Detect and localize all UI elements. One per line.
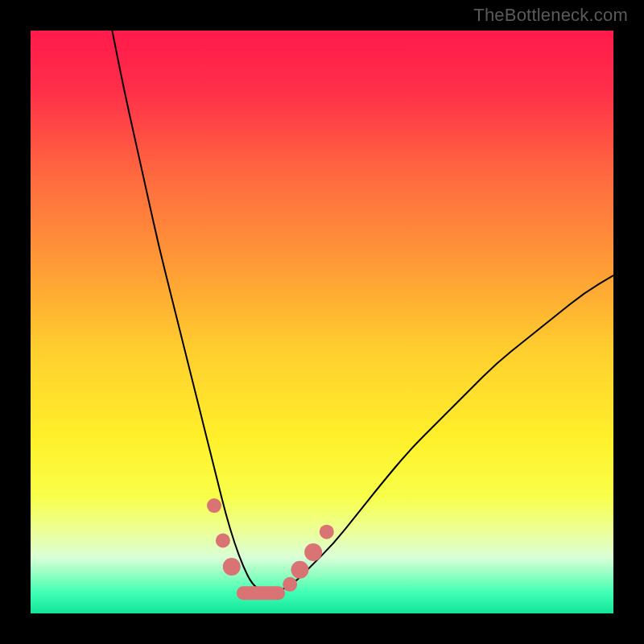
curve-marker <box>304 543 322 561</box>
bottleneck-curve <box>112 31 613 593</box>
watermark-text: TheBottleneck.com <box>473 5 628 26</box>
chart-frame: TheBottleneck.com <box>0 0 644 644</box>
curve-marker <box>291 561 308 579</box>
curve-marker <box>223 558 241 576</box>
curve-marker <box>216 534 230 548</box>
curve-marker <box>320 525 334 539</box>
plot-area <box>31 31 613 613</box>
curve-marker <box>283 577 297 592</box>
curve-layer <box>31 31 613 613</box>
curve-marker <box>207 498 221 513</box>
